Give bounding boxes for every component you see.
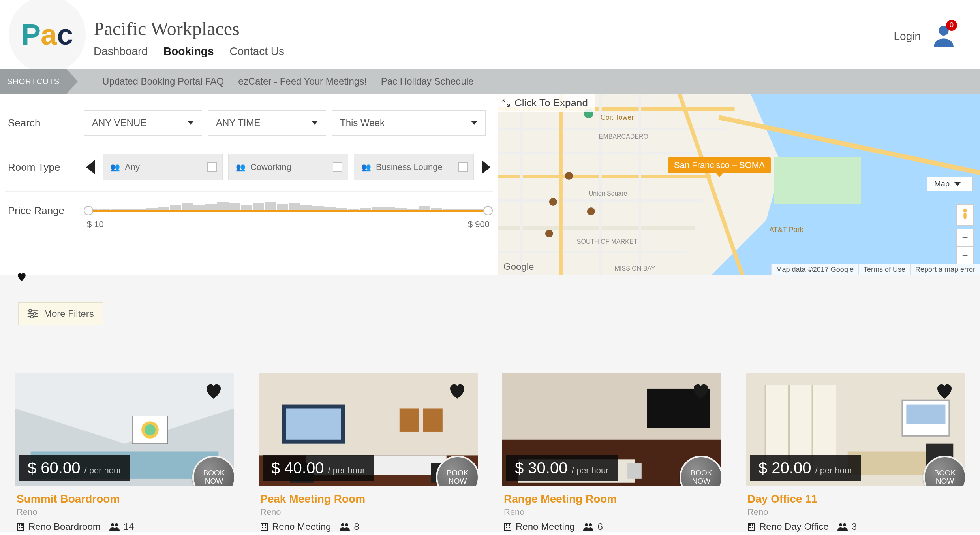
map-expand-button[interactable]: Click To Expand (498, 94, 595, 112)
shortcuts-label: SHORTCUTS (0, 69, 67, 94)
svg-text:EMBARCADERO: EMBARCADERO (599, 133, 648, 140)
result-image[interactable]: $ 40.00 / per hour BOOKNOW (259, 373, 478, 486)
map-attribution: Map data ©2017 Google Terms of Use Repor… (771, 264, 980, 275)
login-link[interactable]: Login (894, 30, 921, 43)
price-max-value: $ 900 (468, 219, 490, 230)
nav-bookings[interactable]: Bookings (163, 45, 214, 58)
building-icon (17, 522, 24, 531)
svg-text:MISSION BAY: MISSION BAY (615, 265, 655, 272)
room-type-coworking[interactable]: 👥 Coworking (228, 154, 348, 180)
map-attr-terms[interactable]: Terms of Use (858, 264, 910, 275)
svg-point-19 (33, 313, 36, 315)
checkbox[interactable] (333, 162, 342, 172)
svg-rect-44 (261, 523, 267, 530)
price-per: / per hour (84, 465, 121, 476)
more-filters-label: More Filters (44, 308, 94, 319)
sliders-icon (27, 309, 38, 318)
svg-rect-45 (262, 524, 263, 526)
favorite-button[interactable] (935, 382, 954, 404)
room-type-business-lounge[interactable]: 👥 Business Lounge (354, 154, 474, 180)
map-pegman[interactable] (956, 204, 974, 226)
filters-panel: Search ANY VENUE ANY TIME This Week Room… (0, 94, 498, 275)
svg-point-61 (585, 523, 588, 526)
favorite-button[interactable] (204, 382, 223, 404)
result-image[interactable]: $ 30.00 / per hour BOOKNOW (502, 373, 721, 486)
map-attr-report[interactable]: Report a map error (910, 264, 980, 275)
svg-point-21 (31, 315, 34, 318)
price-handle-max[interactable] (483, 206, 493, 215)
svg-point-78 (843, 523, 846, 526)
result-title[interactable]: Peak Meeting Room (260, 493, 476, 505)
time-dropdown[interactable]: ANY TIME (208, 110, 326, 136)
favorite-button[interactable] (691, 382, 710, 404)
price-chip: $ 60.00 / per hour (19, 455, 130, 481)
price-amount: $ 40.00 (271, 459, 324, 477)
building-icon (504, 522, 512, 531)
shortcut-faq[interactable]: Updated Booking Portal FAQ (102, 76, 224, 87)
result-location: Reno (504, 507, 720, 517)
svg-rect-56 (505, 523, 511, 530)
result-venue: Reno Meeting (260, 521, 331, 532)
caret-down-icon (312, 121, 318, 125)
map[interactable]: Coit Tower EMBARCADERO Union Square SOUT… (498, 94, 980, 275)
result-image[interactable]: $ 60.00 / per hour BOOKNOW (15, 373, 234, 486)
map-type-dropdown[interactable]: Map (927, 177, 973, 191)
shortcut-holiday[interactable]: Pac Holiday Schedule (381, 76, 474, 87)
result-venue: Reno Day Office (747, 521, 829, 532)
room-type-prev[interactable] (84, 158, 97, 176)
time-value: ANY TIME (216, 117, 260, 128)
svg-point-17 (29, 309, 32, 312)
price-amount: $ 30.00 (515, 459, 567, 477)
caret-down-icon (954, 182, 961, 186)
result-title[interactable]: Summit Boardroom (17, 493, 233, 505)
result-capacity: 14 (109, 521, 134, 532)
room-type-any[interactable]: 👥 Any (103, 154, 223, 180)
price-slider[interactable]: $ 10 $ 900 (84, 199, 493, 222)
when-dropdown[interactable]: This Week (332, 110, 486, 136)
svg-rect-73 (749, 524, 751, 526)
map-expand-label: Click To Expand (514, 97, 588, 109)
map-type-value: Map (934, 179, 950, 188)
svg-text:SOUTH OF MARKET: SOUTH OF MARKET (577, 238, 638, 245)
nav-dashboard[interactable]: Dashboard (94, 45, 148, 58)
heart-indicator-icon[interactable] (17, 271, 27, 284)
more-filters-button[interactable]: More Filters (18, 302, 103, 325)
price-per: / per hour (571, 465, 608, 476)
brand-logo[interactable]: Pac (9, 0, 86, 73)
map-zoom-out[interactable]: − (957, 247, 973, 264)
people-icon: 👥 (236, 162, 246, 172)
main-nav: Dashboard Bookings Contact Us (94, 45, 894, 58)
result-venue: Reno Meeting (504, 521, 574, 532)
svg-rect-75 (749, 527, 751, 528)
map-zoom-in[interactable]: + (957, 229, 973, 247)
map-canvas: Coit Tower EMBARCADERO Union Square SOUT… (498, 94, 980, 275)
svg-rect-46 (265, 524, 266, 526)
result-title[interactable]: Day Office 11 (747, 493, 963, 505)
favorite-button[interactable] (448, 382, 467, 404)
svg-rect-47 (262, 527, 263, 528)
map-zoom-controls: + − (956, 229, 974, 264)
notification-badge: 0 (946, 20, 957, 31)
result-title[interactable]: Range Meeting Room (504, 493, 720, 505)
svg-point-10 (549, 198, 557, 206)
shortcut-ezcater[interactable]: ezCater - Feed Your Meetings! (238, 76, 367, 87)
map-google-logo: Google (503, 261, 534, 272)
svg-rect-57 (506, 524, 507, 526)
results-grid: $ 60.00 / per hour BOOKNOW Summit Boardr… (0, 341, 980, 532)
venue-dropdown[interactable]: ANY VENUE (84, 110, 202, 136)
checkbox[interactable] (458, 162, 468, 172)
price-per: / per hour (815, 465, 852, 476)
checkbox[interactable] (207, 162, 217, 172)
result-image[interactable]: $ 20.00 / per hour BOOKNOW (746, 373, 965, 486)
pegman-icon (961, 208, 969, 222)
result-card: $ 60.00 / per hour BOOKNOW Summit Boardr… (15, 373, 234, 532)
room-type-next[interactable] (479, 158, 493, 176)
user-avatar[interactable]: 0 (932, 24, 956, 49)
nav-contact[interactable]: Contact Us (230, 45, 285, 58)
map-pin-label[interactable]: San Francisco – SOMA (668, 157, 771, 173)
price-handle-min[interactable] (84, 206, 93, 215)
svg-text:Coit Tower: Coit Tower (601, 113, 634, 121)
when-value: This Week (340, 117, 385, 128)
shortcuts-bar: SHORTCUTS Updated Booking Portal FAQ ezC… (0, 69, 980, 94)
svg-rect-39 (400, 408, 419, 431)
